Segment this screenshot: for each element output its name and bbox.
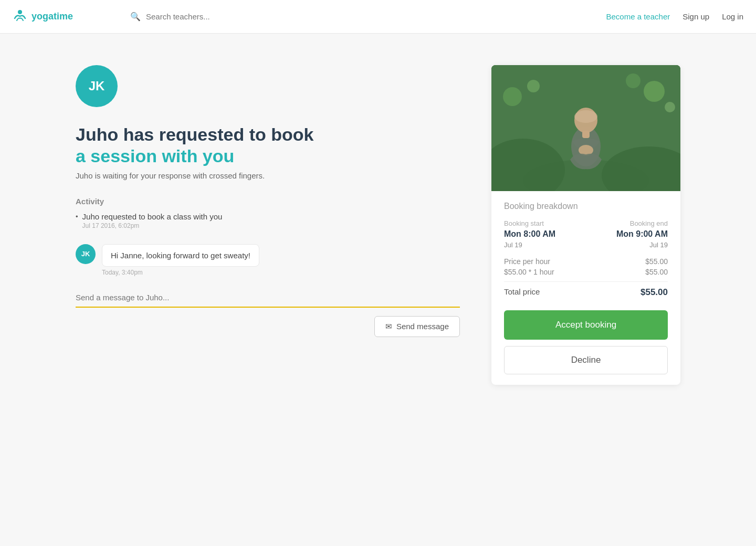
left-panel: JK Juho has requested to book a session … — [76, 65, 460, 337]
price-calc-label: $55.00 * 1 hour — [504, 268, 554, 276]
sign-up-link[interactable]: Sign up — [682, 12, 709, 21]
message-input-wrapper — [76, 293, 460, 308]
breakdown-title: Booking breakdown — [504, 202, 668, 211]
send-area: ✉ Send message — [76, 293, 460, 337]
svg-point-6 — [527, 80, 540, 92]
booking-end-date: Jul 19 — [649, 241, 668, 249]
booking-end-time: Mon 9:00 AM — [616, 229, 668, 239]
total-value: $55.00 — [640, 287, 668, 298]
price-calc-row: $55.00 * 1 hour $55.00 — [504, 268, 668, 276]
booking-times-row: Mon 8:00 AM Mon 9:00 AM — [504, 229, 668, 239]
booking-dates-row: Jul 19 Jul 19 — [504, 241, 668, 249]
svg-point-8 — [665, 102, 675, 112]
price-divider — [504, 281, 668, 282]
activity-label: Activity — [76, 197, 460, 206]
logo-icon — [13, 8, 27, 26]
nav: Become a teacher Sign up Log in — [606, 12, 744, 21]
log-in-link[interactable]: Log in — [722, 12, 743, 21]
message-input[interactable] — [76, 293, 460, 302]
activity-text: Juho requested to book a class with you — [82, 212, 223, 221]
main-content: JK Juho has requested to book a session … — [63, 34, 693, 416]
booking-start-time: Mon 8:00 AM — [504, 229, 555, 239]
svg-point-0 — [18, 10, 22, 14]
decline-button[interactable]: Decline — [504, 346, 668, 374]
price-section: Price per hour $55.00 $55.00 * 1 hour $5… — [504, 257, 668, 276]
search-input[interactable] — [146, 12, 277, 21]
svg-point-14 — [574, 110, 597, 123]
svg-point-5 — [503, 87, 522, 106]
activity-item: • Juho requested to book a class with yo… — [76, 212, 460, 229]
booking-subtitle: Juho is waiting for your response with c… — [76, 171, 460, 180]
message-area: JK Hi Janne, looking forward to get swea… — [76, 244, 460, 267]
price-calc-value: $55.00 — [645, 268, 668, 276]
teacher-photo-inner — [491, 65, 680, 191]
search-area: 🔍 — [118, 12, 606, 22]
message-bubble: Hi Janne, looking forward to get sweaty! — [102, 244, 259, 267]
activity-time: Jul 17 2016, 6:02pm — [82, 222, 223, 229]
booking-title: Juho has requested to book a session wit… — [76, 124, 460, 167]
price-per-hour-value: $55.00 — [645, 257, 668, 266]
send-icon: ✉ — [385, 322, 392, 331]
logo: yogatime — [13, 8, 118, 26]
booking-end-label: Booking end — [630, 219, 668, 227]
avatar: JK — [76, 65, 118, 107]
total-row: Total price $55.00 — [504, 287, 668, 298]
become-teacher-link[interactable]: Become a teacher — [606, 12, 670, 21]
booking-title-highlight: a session with you — [76, 146, 234, 166]
message-avatar: JK — [76, 244, 96, 264]
booking-start-label: Booking start — [504, 219, 544, 227]
booking-start-date: Jul 19 — [504, 241, 522, 249]
booking-details: Booking breakdown Booking start Booking … — [491, 191, 680, 385]
teacher-photo — [491, 65, 680, 191]
search-icon: 🔍 — [130, 12, 141, 22]
activity-dot: • — [76, 213, 78, 220]
logo-text: yogatime — [32, 11, 73, 22]
total-label: Total price — [504, 287, 540, 298]
svg-point-7 — [644, 81, 665, 102]
booking-labels-row: Booking start Booking end — [504, 219, 668, 227]
right-panel: Booking breakdown Booking start Booking … — [491, 65, 680, 385]
send-message-button[interactable]: ✉ Send message — [374, 316, 460, 337]
price-per-hour-label: Price per hour — [504, 257, 550, 266]
message-time: Today, 3:40pm — [76, 269, 460, 276]
svg-point-9 — [626, 74, 640, 88]
price-per-hour-row: Price per hour $55.00 — [504, 257, 668, 266]
accept-booking-button[interactable]: Accept booking — [504, 310, 668, 340]
header: yogatime 🔍 Become a teacher Sign up Log … — [0, 0, 756, 34]
svg-rect-12 — [582, 131, 590, 138]
